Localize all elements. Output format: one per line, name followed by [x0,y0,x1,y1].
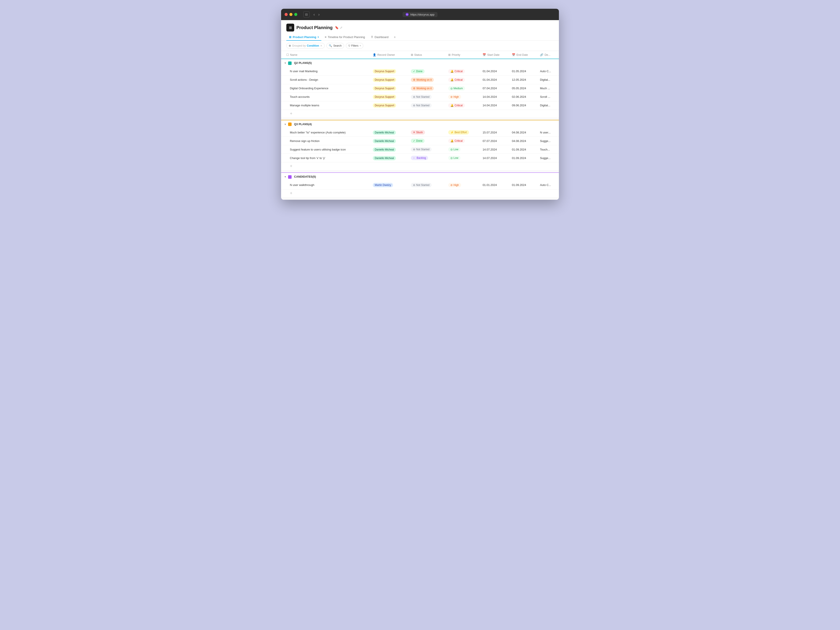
cell-priority: 🔔 Critical [445,137,480,145]
grouped-by-button[interactable]: ⊚ Grouped by Condition ✕ [286,43,325,49]
status-icon: ⊖ [413,148,415,151]
table-row[interactable]: Touch accounts Docyrus Support ⊖ Not Sta… [281,93,559,101]
cell-status: ✕ Stuck [408,128,446,137]
filters-button[interactable]: ▽ Filters + [346,43,363,49]
page-icon: ⊞ [286,24,294,32]
group-add-row-q2[interactable]: + [281,110,559,117]
close-button[interactable] [284,13,287,16]
expand-icon[interactable]: ⤢ [340,26,343,29]
status-icon: ⊖ [413,183,415,186]
table-row[interactable]: Change tool tip from 'x' to 'y' Daniello… [281,154,559,162]
priority-icon: ◎ [450,87,453,90]
col-desc: 🔗De... [537,51,559,59]
group-chevron-icon[interactable]: ▾ [284,123,286,126]
status-badge: ✓ Done [411,69,425,74]
status-badge: ⊖ Not Started [411,183,432,187]
tab-product-planning[interactable]: ⊞ Product Planning ▾ [286,34,321,41]
app-content: ⊞ Product Planning 🔖 ⤢ ⊞ Product Plannin… [281,20,559,200]
cell-name: Remove sign up friction [281,137,370,145]
url-bar[interactable]: D https://docyrus.app [403,12,437,17]
cell-name: N user mail Marketing [281,67,370,76]
grouped-by-clear-icon[interactable]: ✕ [320,44,322,47]
group-header-q2[interactable]: ▾ Q2 PLANS(5) [281,59,559,67]
group-chevron-icon[interactable]: ▾ [284,175,286,178]
cell-start-date: 07.04.2024 [480,84,509,93]
priority-badge: ⊘ High [448,95,461,99]
add-tab-button[interactable]: + [392,34,398,41]
cell-owner: Docyrus Support [370,76,408,84]
cell-status: ⚙ Working on it [408,84,446,93]
table-row[interactable]: Suggest feature to users utilising badge… [281,145,559,154]
owner-badge: Docyrus Support [373,86,396,90]
cell-desc: Auto C... [537,67,559,76]
cell-status: ✓ Done [408,137,446,145]
col-end-date: 📅End Date [509,51,537,59]
status-icon: ✕ [413,131,415,134]
table-row[interactable]: Scroll actions - Design Docyrus Support … [281,76,559,84]
table-container: ☐Name 👤Record Owner ⊞Status ⊞Priority 📅S… [281,51,559,200]
cell-desc: Digital... [537,76,559,84]
tab-dropdown-icon[interactable]: ▾ [317,36,319,38]
group-dot [288,62,292,65]
status-icon: ← [413,156,415,159]
col-name: ☐Name [281,51,370,59]
status-badge: ✓ Done [411,139,425,143]
tab-timeline[interactable]: ≡ Timeline for Product Planning [322,34,368,41]
back-arrow-icon[interactable]: ‹ [312,12,316,17]
search-button[interactable]: 🔍 Search [326,43,344,49]
add-row-button[interactable]: + [281,162,559,170]
priority-badge: 🔔 Critical [448,139,465,143]
table-row[interactable]: Remove sign up friction Daniello Micheal… [281,137,559,145]
fullscreen-button[interactable] [294,13,297,16]
group-chevron-icon[interactable]: ▾ [284,62,286,64]
cell-desc: N user... [537,128,559,137]
cell-priority: ◎ Low [445,154,480,162]
cell-name: Change tool tip from 'x' to 'y' [281,154,370,162]
cell-owner: Docyrus Support [370,101,408,110]
cell-end-date: 04.08.2024 [509,137,537,145]
priority-icon: 🔔 [450,104,454,107]
table-row[interactable]: N user walkthrough Martin Dwelzy ⊖ Not S… [281,181,559,189]
status-icon: ⊖ [413,104,415,107]
table-row[interactable]: N user mail Marketing Docyrus Support ✓ … [281,67,559,76]
forward-arrow-icon[interactable]: › [317,12,321,17]
filter-add-icon[interactable]: + [359,44,361,47]
cell-start-date: 14.04.2024 [480,101,509,110]
owner-badge: Martin Dwelzy [373,183,393,187]
cell-end-date: 01.09.2024 [509,181,537,189]
sidebar-toggle-icon[interactable]: ⊟ [303,11,309,17]
group-header-q3[interactable]: ▾ Q3 PLANS(4) [281,120,559,128]
nav-arrows: ‹ › [312,12,321,17]
status-badge: ✕ Stuck [411,130,425,134]
group-header-candidates[interactable]: ▾ CANDIDATES(5) [281,172,559,181]
priority-badge: 🔔 Critical [448,69,465,74]
tabs-row: ⊞ Product Planning ▾ ≡ Timeline for Prod… [286,34,554,41]
status-badge: ⊖ Not Started [411,103,432,107]
cell-end-date: 01.09.2024 [509,145,537,154]
priority-badge: ◎ Low [448,156,461,160]
cell-start-date: 14.07.2024 [480,145,509,154]
table-row[interactable]: Digital Onboarding Experience Docyrus Su… [281,84,559,93]
group-label: Q2 PLANS(5) [294,61,312,65]
group-add-row-candidates[interactable]: + [281,189,559,197]
minimize-button[interactable] [289,13,292,16]
status-badge: ⊖ Not Started [411,95,432,99]
table-row[interactable]: Manage multiple teams Docyrus Support ⊖ … [281,101,559,110]
add-row-button[interactable]: + [281,110,559,117]
grouped-by-value: Condition [307,44,319,47]
tab-timeline-icon: ≡ [325,35,327,39]
cell-priority: 🔔 Critical [445,76,480,84]
bookmark-icon[interactable]: 🔖 [335,26,339,29]
status-icon: ✓ [413,70,415,73]
status-badge: ← Backlog [411,156,428,160]
search-label: Search [333,44,342,47]
cell-desc: Sugge... [537,137,559,145]
tab-dashboard[interactable]: ⠿ Dashboard [368,34,391,41]
table-row[interactable]: Much better "to" experience (Auto comple… [281,128,559,137]
add-row-button[interactable]: + [281,189,559,197]
priority-badge: 🔔 Critical [448,103,465,107]
group-add-row-q3[interactable]: + [281,162,559,170]
priority-badge: ◎ Medium [448,86,465,90]
cell-status: ⊖ Not Started [408,145,446,154]
search-icon: 🔍 [329,44,332,47]
